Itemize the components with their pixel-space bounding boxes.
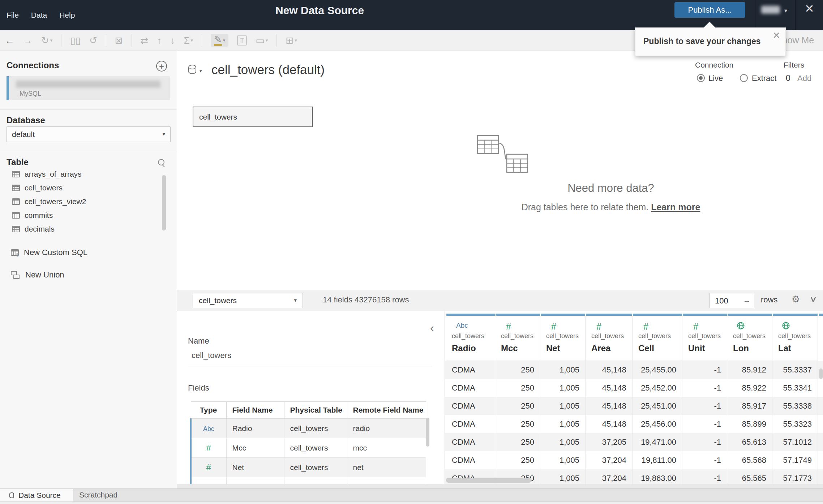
grid-cell: 250: [495, 451, 540, 469]
undo-icon[interactable]: ←: [5, 35, 14, 46]
publish-as-button[interactable]: Publish As...: [674, 2, 745, 18]
pause-updates-icon[interactable]: ▯▯: [70, 35, 81, 46]
new-union-item[interactable]: New Union: [0, 268, 181, 282]
fields-scrollbar[interactable]: [426, 418, 429, 447]
gear-icon[interactable]: ⚙: [792, 294, 800, 305]
column-header-radio[interactable]: Abccell_towersRadio: [446, 316, 495, 361]
grid-cell: 25,451.00: [633, 397, 682, 415]
swap-axes-icon[interactable]: ⇄: [141, 35, 149, 46]
column-header-area[interactable]: #cell_towersArea: [586, 316, 633, 361]
redo-icon[interactable]: →: [23, 35, 33, 46]
table-item-label: cell_towers_view2: [25, 197, 86, 206]
fields-row-radio[interactable]: AbcRadiocell_towersradio: [191, 419, 426, 438]
window-close-icon[interactable]: ✕: [805, 3, 814, 14]
datasource-caret-icon[interactable]: ▾: [200, 68, 202, 74]
preview-table-select[interactable]: cell_towers ▾: [193, 293, 303, 308]
fields-table: TypeField NamePhysical TableRemote Field…: [190, 401, 426, 484]
globe-icon: [733, 322, 772, 331]
tab-scratchpad[interactable]: Scratchpad: [79, 491, 117, 499]
filters-add-link[interactable]: Add: [797, 74, 811, 83]
row-count-input[interactable]: [710, 293, 748, 309]
field-cell: [284, 477, 347, 484]
preview-toolbar: cell_towers ▾ 14 fields 43276158 rows → …: [177, 290, 823, 311]
show-me-icon[interactable]: ⊞▾: [286, 35, 297, 46]
column-header-unit[interactable]: #cell_towersUnit: [682, 316, 727, 361]
connections-header: Connections: [7, 60, 59, 70]
sidebar-scrollbar[interactable]: [162, 175, 166, 231]
highlight-icon-glyph: ✎: [214, 35, 222, 46]
user-menu-caret-icon[interactable]: ▾: [784, 7, 787, 14]
menu-help[interactable]: Help: [59, 11, 75, 20]
fit-icon[interactable]: ▭▾: [256, 35, 268, 46]
learn-more-link[interactable]: Learn more: [651, 202, 700, 212]
extract-radio-label[interactable]: Extract: [752, 74, 776, 83]
totals-icon[interactable]: Σ▾: [184, 35, 193, 46]
add-connection-icon[interactable]: +: [156, 61, 167, 72]
extract-radio[interactable]: [740, 74, 748, 82]
fields-col-field-name: Field Name: [226, 402, 284, 419]
table-item-arrays-of-arrays[interactable]: arrays_of_arrays: [0, 167, 170, 181]
table-item-decimals[interactable]: decimals: [0, 222, 170, 236]
toolbar-separator: [277, 34, 277, 47]
window-title: New Data Source: [275, 4, 364, 17]
cancel-query-icon[interactable]: ⊠: [115, 35, 123, 46]
fields-row-net[interactable]: #Netcell_towersnet: [191, 458, 426, 477]
grid-cell: 250: [495, 433, 540, 451]
run-update-icon[interactable]: ↺: [89, 35, 97, 46]
column-header-lon[interactable]: cell_towersLon: [727, 316, 772, 361]
column-header-cell[interactable]: #cell_towersCell: [633, 316, 682, 361]
sort-descending-icon[interactable]: ↓: [170, 35, 175, 46]
number-type-icon: #: [638, 322, 682, 331]
live-radio[interactable]: [697, 74, 705, 82]
grid-horizontal-scrollbar[interactable]: [446, 478, 532, 483]
text-label-icon[interactable]: T: [237, 35, 247, 46]
grid-cell: 65.568: [727, 451, 772, 469]
grid-cell: 25,456.00: [633, 415, 682, 433]
grid-cell: -1: [682, 469, 727, 484]
grid-row: CDMA2501,00545,14825,451.00-185.91755.33…: [445, 397, 823, 415]
table-header: Table: [7, 157, 29, 167]
grid-cell: 1,005: [540, 451, 586, 469]
replay-icon-glyph: ↻: [41, 35, 49, 46]
column-header-net[interactable]: #cell_towersNet: [540, 316, 586, 361]
union-icon: [11, 271, 20, 279]
grid-cell: 55.3337: [772, 361, 818, 379]
table-item-commits[interactable]: commits: [0, 208, 170, 222]
column-table-label: cell_towers: [591, 332, 632, 340]
table-item-cell-towers-view2[interactable]: cell_towers_view2: [0, 195, 170, 208]
grid-cell: 1,005: [540, 379, 586, 397]
replay-icon[interactable]: ↻▾: [41, 35, 52, 46]
apply-row-count-icon[interactable]: →: [743, 296, 750, 305]
user-account-avatar[interactable]: [761, 6, 780, 14]
publish-tooltip: Publish to save your changes ✕: [635, 27, 786, 56]
fields-row-mcc[interactable]: #Mcccell_towersmcc: [191, 438, 426, 458]
name-value[interactable]: cell_towers: [192, 351, 231, 360]
collapse-preview-icon[interactable]: ∨: [809, 294, 818, 304]
database-select[interactable]: default ▾: [7, 126, 171, 142]
menu-file[interactable]: File: [7, 11, 19, 20]
datasource-icon[interactable]: [188, 65, 196, 74]
logical-table-node[interactable]: cell_towers: [193, 107, 313, 127]
live-radio-label[interactable]: Live: [708, 74, 723, 83]
column-header-lat[interactable]: cell_towersLat: [772, 316, 818, 361]
search-icon[interactable]: [158, 159, 164, 165]
number-type-icon: #: [591, 322, 632, 331]
table-item-cell-towers[interactable]: cell_towers: [0, 181, 170, 195]
tab-data-source[interactable]: Data Source: [0, 489, 73, 501]
grid-cell: 85.899: [727, 415, 772, 433]
sort-ascending-icon[interactable]: ↑: [157, 35, 162, 46]
collapse-panel-icon[interactable]: ‹: [430, 321, 434, 335]
tooltip-close-icon[interactable]: ✕: [772, 30, 780, 41]
fit-icon-glyph: ▭: [256, 35, 265, 46]
toolbar-separator: [202, 34, 202, 47]
new-custom-sql-label: New Custom SQL: [24, 248, 87, 257]
column-table-label: cell_towers: [546, 332, 585, 340]
new-custom-sql-item[interactable]: ⚙ New Custom SQL: [0, 245, 181, 260]
menu-data[interactable]: Data: [31, 11, 47, 20]
grid-vertical-scrollbar[interactable]: [819, 369, 823, 379]
fields-label: Fields: [188, 383, 209, 393]
datasource-tab-icon: [9, 492, 14, 498]
highlight-icon[interactable]: ✎▾: [211, 34, 228, 47]
connection-item[interactable]: MySQL: [7, 76, 170, 100]
column-header-mcc[interactable]: #cell_towersMcc: [495, 316, 540, 361]
